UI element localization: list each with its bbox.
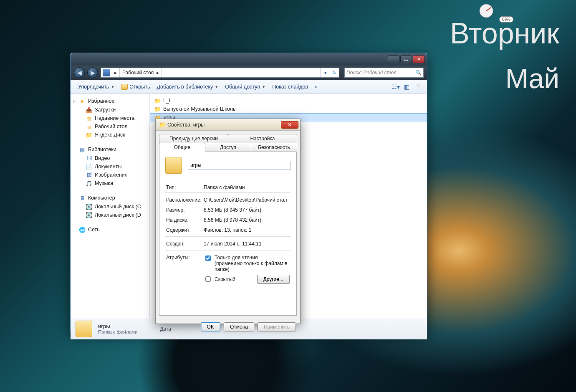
share-menu[interactable]: Общий доступ▼: [222, 82, 269, 91]
tab-sharing[interactable]: Доступ: [205, 143, 251, 152]
refresh-button[interactable]: ↻: [330, 68, 339, 77]
tree-network[interactable]: 🌐Сеть: [71, 225, 149, 234]
folder-icon: 📁: [86, 132, 92, 138]
explorer-nav-row: ◀ ▶ ▸ Рабочий стол ▸ ▾ ↻ Поиск: Рабочий …: [71, 66, 427, 80]
open-button[interactable]: Открыть: [118, 82, 153, 91]
file-item[interactable]: 📁L_L: [150, 96, 427, 105]
folder-icon: 🖥: [86, 123, 92, 130]
folder-icon: 📥: [86, 106, 92, 113]
tree-item[interactable]: 🖥Рабочий стол: [71, 122, 149, 131]
advanced-attributes-button[interactable]: Другие...: [257, 275, 290, 284]
hidden-checkbox[interactable]: [205, 276, 211, 282]
tab-previous-versions[interactable]: Предыдущие версии: [159, 134, 228, 143]
dialog-title: Свойства: игры: [167, 122, 205, 128]
folder-icon: 📁: [154, 97, 161, 104]
toolbar-overflow[interactable]: »: [311, 82, 321, 91]
library-item-icon: 🎵: [86, 180, 92, 187]
folder-icon: 📁: [154, 106, 161, 112]
folder-large-icon: [165, 157, 182, 174]
navigation-tree[interactable]: ▷★Избранное 📥Загрузки▦Недавние места🖥Раб…: [71, 94, 150, 318]
desktop-month: Май: [505, 63, 559, 94]
address-bar[interactable]: ▸ Рабочий стол ▸ ▾ ↻: [101, 68, 339, 78]
organize-menu[interactable]: Упорядочить▼: [75, 82, 118, 91]
computer-icon: [103, 69, 110, 76]
library-icon: ▤: [79, 146, 86, 153]
dialog-titlebar[interactable]: 📁 Свойства: игры ✕: [156, 119, 300, 131]
star-icon: ★: [79, 98, 86, 104]
tree-item[interactable]: 📄Документы: [71, 162, 149, 171]
details-type: Папка с файлами: [98, 329, 137, 334]
tree-favorites[interactable]: ▷★Избранное: [71, 96, 149, 106]
tree-item[interactable]: 📁Яндекс.Диск: [71, 131, 149, 139]
dialog-close-button[interactable]: ✕: [281, 121, 298, 129]
ok-button[interactable]: OK: [201, 322, 220, 331]
folder-icon: ▦: [86, 115, 92, 121]
tree-item[interactable]: 📥Загрузки: [71, 106, 149, 114]
tab-security[interactable]: Безопасность: [251, 143, 297, 152]
maximize-button[interactable]: ▭: [400, 56, 412, 63]
library-item-icon: 📄: [86, 163, 92, 170]
back-button[interactable]: ◀: [74, 67, 85, 78]
explorer-toolbar: Упорядочить▼ Открыть Добавить в библиоте…: [71, 80, 427, 94]
file-item[interactable]: 📁Выпускной Музыльной Школы: [150, 105, 427, 113]
slideshow-button[interactable]: Показ слайдов: [269, 82, 311, 91]
tree-item[interactable]: 💽Локальный диск (D: [71, 211, 149, 219]
tree-item[interactable]: 🖼Изображения: [71, 171, 149, 179]
tree-computer[interactable]: 🖥Компьютер: [71, 193, 149, 202]
explorer-titlebar[interactable]: — ▭ ✕: [71, 53, 427, 66]
folder-name-input[interactable]: [188, 161, 291, 170]
network-icon: 🌐: [79, 226, 86, 233]
disk-icon: 💽: [86, 212, 92, 218]
folder-icon: [76, 321, 92, 337]
close-button[interactable]: ✕: [413, 56, 424, 63]
tree-item[interactable]: ▦Недавние места: [71, 114, 149, 122]
preview-pane-button[interactable]: ▥: [401, 82, 412, 91]
cancel-button[interactable]: Отмена: [224, 322, 254, 331]
view-options-button[interactable]: ☷▾: [390, 82, 401, 91]
breadcrumb-segment[interactable]: Рабочий стол ▸: [120, 68, 162, 77]
library-item-icon: 🎞: [86, 155, 92, 162]
tree-libraries[interactable]: ▤Библиотеки: [71, 145, 149, 154]
tree-item[interactable]: 💽Локальный диск (C: [71, 202, 149, 211]
tab-general-pane: Тип:Папка с файлами Расположение:C:\User…: [159, 152, 297, 316]
help-button[interactable]: ❔: [412, 82, 423, 91]
tree-item[interactable]: 🎞Видео: [71, 154, 149, 162]
search-icon: 🔍: [415, 70, 422, 76]
properties-dialog: 📁 Свойства: игры ✕ Предыдущие версии Нас…: [155, 119, 301, 324]
library-item-icon: 🖼: [86, 172, 92, 178]
add-to-library-menu[interactable]: Добавить в библиотеку▼: [153, 82, 222, 91]
minimize-button[interactable]: —: [388, 56, 399, 63]
tab-customize[interactable]: Настройка: [228, 134, 297, 143]
disk-icon: 💽: [86, 203, 92, 210]
folder-icon: 📁: [159, 121, 166, 128]
desktop-day: Вторник: [450, 17, 559, 50]
readonly-checkbox[interactable]: [205, 255, 211, 261]
tab-general[interactable]: Общие: [159, 143, 205, 152]
details-name: игры: [98, 323, 137, 329]
forward-button[interactable]: ▶: [87, 67, 98, 78]
breadcrumb-chevron[interactable]: ▸: [112, 68, 120, 77]
address-dropdown[interactable]: ▾: [321, 68, 330, 77]
tree-item[interactable]: 🎵Музыка: [71, 179, 149, 187]
folder-open-icon: [121, 84, 128, 90]
computer-icon: 🖥: [79, 195, 86, 201]
search-input[interactable]: Поиск: Рабочий стол 🔍: [344, 68, 424, 78]
apply-button[interactable]: Применить: [258, 322, 296, 331]
